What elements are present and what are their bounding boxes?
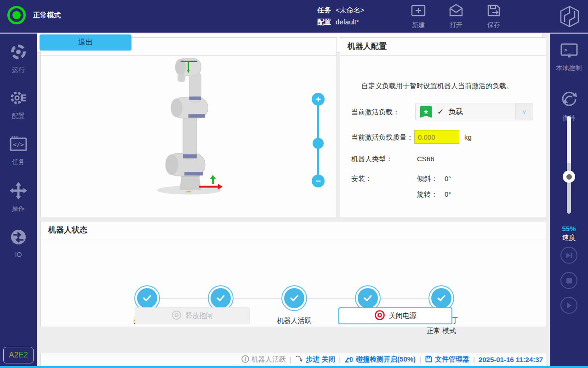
sidebar-item-run[interactable]: 运行 bbox=[0, 43, 37, 74]
mode-status-icon bbox=[7, 6, 26, 24]
mode-label: 正常模式 bbox=[33, 11, 61, 20]
save-icon bbox=[486, 4, 502, 19]
sidebar-item-config[interactable]: 配置 bbox=[0, 89, 37, 120]
robot-status-panel: 机器人状态 打开电源 启动完成 机器人活跃 抱闸已释放 机器人处于 正常 模式 bbox=[40, 221, 546, 327]
sidebar-item-operate[interactable]: 操作 bbox=[0, 181, 37, 213]
status-panel-title: 机器人状态 bbox=[41, 221, 546, 239]
robot-type-label: 机器人类型： bbox=[351, 155, 393, 164]
speed-slider[interactable] bbox=[550, 116, 588, 217]
separator: | bbox=[339, 356, 341, 363]
step-label-line2: 正常 模式 bbox=[427, 327, 456, 334]
collision-detection-label: 碰撞检测开启(50%) bbox=[356, 355, 416, 364]
save-button[interactable]: 保存 bbox=[481, 4, 507, 29]
open-button[interactable]: 打开 bbox=[443, 4, 469, 29]
file-manager-icon bbox=[425, 355, 433, 364]
open-file-icon bbox=[448, 4, 464, 19]
step-label: 机器人活跃 bbox=[277, 317, 312, 324]
robot-view-panel: 机器人 bbox=[40, 37, 337, 217]
top-bar: 正常模式 任务<未命名> 配置default* 新建 打开 保存 bbox=[0, 0, 588, 33]
cycle-icon bbox=[559, 90, 579, 111]
step-mode-status[interactable]: 步进 关闭 bbox=[295, 355, 335, 364]
robot-3d-view[interactable] bbox=[140, 51, 241, 200]
speed-slider-thumb[interactable] bbox=[563, 170, 575, 183]
status-bar: 机器人活跃 | 步进 关闭 | 碰撞检测开启(50%) | 文件管理器 | 20… bbox=[40, 353, 546, 366]
brake-circle-icon bbox=[171, 310, 182, 322]
io-arrows-icon bbox=[10, 228, 27, 248]
check-icon: ✓ bbox=[437, 107, 444, 117]
separator: | bbox=[290, 356, 291, 363]
active-payload-dropdown[interactable]: ★ ✓ 负载 ∨ bbox=[415, 103, 533, 120]
speed-percent: 55% bbox=[550, 224, 588, 233]
task-label: 任务 bbox=[317, 6, 331, 14]
rotation-value: 0° bbox=[445, 190, 451, 198]
sidebar-item-label: 操作 bbox=[12, 205, 25, 213]
task-config-info: 任务<未命名> 配置default* bbox=[317, 4, 365, 28]
pendant-id-badge: A2E2 bbox=[3, 347, 34, 363]
zoom-slider-thumb[interactable] bbox=[313, 138, 324, 149]
release-brake-button[interactable]: 释放抱闸 bbox=[135, 307, 250, 324]
payload-mass-input[interactable] bbox=[414, 130, 459, 144]
file-manager-label: 文件管理器 bbox=[435, 355, 469, 364]
stop-button[interactable] bbox=[560, 272, 577, 289]
release-brake-label: 释放抱闸 bbox=[185, 311, 213, 320]
sidebar-item-local-control[interactable]: >_ 本地控制 bbox=[550, 42, 588, 73]
speed-slider-track[interactable] bbox=[567, 116, 571, 214]
new-button[interactable]: 新建 bbox=[405, 4, 431, 29]
play-button[interactable] bbox=[560, 297, 577, 314]
separator: | bbox=[419, 356, 421, 363]
move-arrows-icon bbox=[9, 181, 28, 202]
active-payload-label: 当前激活负载： bbox=[351, 108, 400, 117]
status-step-robot-active: 机器人活跃 bbox=[281, 285, 307, 311]
save-button-label: 保存 bbox=[487, 21, 500, 29]
speed-label: 速度 bbox=[550, 233, 588, 242]
badge-part1: A2 bbox=[9, 351, 18, 360]
sidebar-item-task[interactable]: </> 任务 bbox=[0, 135, 37, 166]
step-forward-button[interactable] bbox=[560, 247, 577, 264]
tilt-value: 0° bbox=[445, 175, 451, 182]
chevron-down-icon: ∨ bbox=[515, 103, 533, 120]
new-button-label: 新建 bbox=[412, 21, 425, 29]
config-panel-title: 机器人配置 bbox=[340, 38, 546, 56]
mode-indicator: 正常模式 bbox=[7, 6, 61, 24]
exit-button[interactable]: 退出 bbox=[40, 34, 131, 51]
robot-active-label: 机器人活跃 bbox=[251, 355, 286, 364]
sidebar-item-label: 任务 bbox=[12, 158, 25, 166]
zoom-out-button[interactable]: − bbox=[312, 175, 325, 187]
clock: 2025-01-16 11:24:37 bbox=[479, 356, 543, 363]
sidebar-item-label: 配置 bbox=[12, 112, 25, 120]
open-button-label: 打开 bbox=[450, 21, 462, 29]
brand-logo-icon bbox=[558, 5, 581, 30]
payload-mass-label: 当前激活负载质量： bbox=[351, 133, 413, 142]
power-off-label: 关闭电源 bbox=[389, 311, 417, 320]
terminal-icon: >_ bbox=[559, 42, 579, 61]
active-payload-value: 负载 bbox=[448, 107, 515, 117]
robot-config-panel: 机器人配置 自定义负载用于暂时设置机器人当前激活的负载。 当前激活负载： ★ ✓… bbox=[340, 37, 546, 217]
code-window-icon: </> bbox=[9, 135, 28, 155]
robot-active-status: 机器人活跃 bbox=[241, 355, 286, 364]
run-icon bbox=[9, 43, 28, 63]
new-file-icon bbox=[411, 4, 426, 19]
sidebar-item-io[interactable]: IO bbox=[0, 228, 37, 258]
collision-detection-status[interactable]: 碰撞检测开启(50%) bbox=[344, 354, 416, 365]
payload-mass-unit: kg bbox=[464, 133, 472, 141]
step-mode-icon bbox=[295, 355, 303, 364]
zoom-in-button[interactable]: + bbox=[312, 93, 325, 106]
sidebar-item-label: 本地控制 bbox=[556, 64, 582, 73]
gear-icon bbox=[9, 89, 28, 109]
sidebar-item-label: IO bbox=[15, 251, 22, 258]
config-label: 配置 bbox=[317, 18, 331, 26]
power-off-button[interactable]: 关闭电源 bbox=[338, 307, 452, 324]
info-icon bbox=[241, 355, 249, 364]
main-content: 机器人 bbox=[37, 33, 550, 368]
robot-type-value: CS66 bbox=[417, 155, 434, 163]
mount-label: 安装： bbox=[351, 175, 372, 183]
svg-text:>_: >_ bbox=[564, 47, 571, 54]
badge-part2: E2 bbox=[18, 351, 28, 360]
file-manager-link[interactable]: 文件管理器 bbox=[425, 355, 469, 364]
sidebar-item-label: 运行 bbox=[12, 66, 25, 74]
bottom-accent-line bbox=[0, 366, 588, 368]
right-sidebar: >_ 本地控制 循环 55% 速度 bbox=[550, 34, 588, 368]
svg-text:</>: </> bbox=[13, 141, 24, 148]
left-sidebar: 运行 配置 </> 任务 操作 IO A2E2 bbox=[0, 34, 37, 368]
speed-readout: 55% 速度 bbox=[550, 224, 588, 242]
